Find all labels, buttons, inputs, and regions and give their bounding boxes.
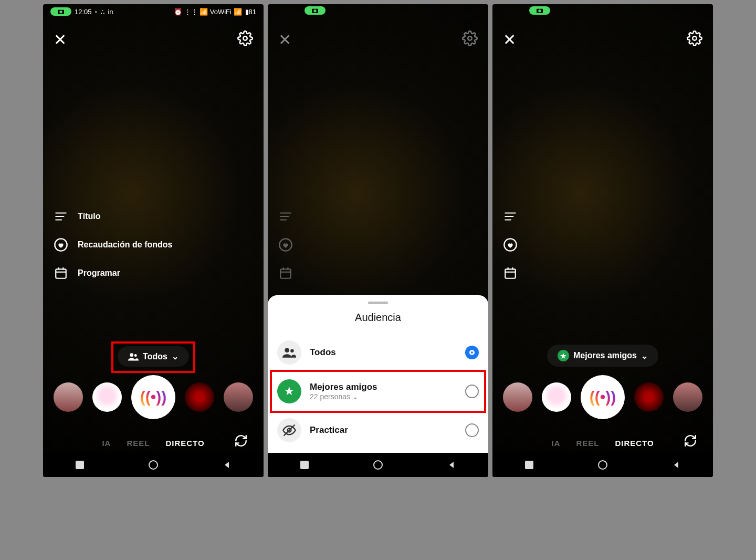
- svg-point-34: [692, 36, 697, 40]
- svg-point-17: [468, 36, 472, 40]
- lines-icon: [503, 209, 518, 224]
- phone-screen-1: 12:05 ▫ ⛬ in ⏰ ⋮⋮ 📶 VoWiFi 📶 ▮81 ✕ Títul…: [43, 4, 264, 477]
- svg-point-16: [313, 9, 316, 12]
- radio-unselected[interactable]: [465, 423, 479, 437]
- status-right-icons: ⏰ ⋮⋮ 📶 VoWiFi 📶 ▮81: [174, 8, 256, 16]
- sheet-drag-handle[interactable]: [368, 302, 388, 304]
- tab-directo[interactable]: DIRECTO: [615, 439, 654, 448]
- tab-reel[interactable]: REEL: [127, 439, 150, 448]
- svg-rect-22: [280, 269, 291, 278]
- svg-point-14: [149, 461, 158, 469]
- status-apps-icon: ▫ ⛬ in: [95, 8, 113, 16]
- tab-directo[interactable]: DIRECTO: [165, 439, 204, 448]
- camera-mode-tabs: IA REEL DIRECTO: [43, 439, 264, 448]
- tutorial-highlight-box: [270, 370, 486, 413]
- effect-thumb[interactable]: [54, 382, 83, 412]
- nav-home[interactable]: [372, 459, 384, 471]
- nav-back[interactable]: [221, 459, 233, 471]
- fundraiser-option[interactable]: [503, 237, 518, 252]
- lines-icon: [278, 209, 293, 224]
- settings-gear-icon[interactable]: [237, 30, 253, 49]
- nav-recent[interactable]: [523, 459, 535, 471]
- title-option[interactable]: [503, 209, 518, 224]
- effect-thumb[interactable]: [224, 382, 253, 412]
- heart-circle-icon: [503, 237, 518, 252]
- fundraiser-option: [278, 237, 293, 252]
- sheet-title: Audiencia: [268, 312, 488, 324]
- audience-option-todos[interactable]: Todos: [268, 333, 488, 372]
- schedule-option[interactable]: [503, 266, 518, 281]
- flip-camera-icon[interactable]: [684, 434, 697, 448]
- tab-reel[interactable]: REEL: [576, 439, 599, 448]
- eye-off-icon: [277, 418, 301, 442]
- nav-recent[interactable]: [74, 459, 86, 471]
- effect-thumb[interactable]: [673, 382, 702, 412]
- flip-camera-icon[interactable]: [234, 434, 248, 448]
- svg-rect-43: [525, 461, 533, 469]
- svg-point-33: [538, 9, 541, 12]
- nav-recent[interactable]: [299, 459, 310, 471]
- nav-home[interactable]: [148, 459, 159, 471]
- title-option[interactable]: Título: [54, 209, 172, 224]
- phone-screen-2: ✕ Audiencia To: [268, 4, 488, 477]
- calendar-icon: [54, 266, 68, 281]
- svg-rect-39: [505, 269, 516, 278]
- svg-point-31: [374, 461, 382, 469]
- android-nav-bar: [43, 453, 264, 477]
- effect-thumb[interactable]: [634, 382, 664, 412]
- android-nav-bar: [268, 453, 488, 477]
- svg-rect-30: [300, 461, 309, 469]
- people-icon: [277, 340, 301, 365]
- go-live-shutter[interactable]: ((•)): [131, 375, 175, 419]
- go-live-shutter[interactable]: ((•)): [581, 375, 625, 419]
- audience-option-practice[interactable]: Practicar: [268, 411, 488, 450]
- settings-gear-icon[interactable]: [462, 30, 478, 49]
- calendar-icon: [503, 266, 518, 281]
- schedule-option[interactable]: Programar: [54, 266, 172, 281]
- effects-carousel[interactable]: ((•)): [43, 375, 264, 419]
- svg-rect-13: [76, 461, 84, 469]
- svg-point-1: [59, 11, 62, 13]
- heart-circle-icon: [278, 237, 293, 252]
- audience-option-best-friends[interactable]: ★ Mejores amigos 22 personas ⌄: [268, 372, 488, 411]
- close-button[interactable]: ✕: [278, 30, 291, 49]
- effect-thumb[interactable]: [92, 382, 122, 412]
- fundraiser-label: Recaudación de fondos: [78, 240, 172, 250]
- android-status-bar: [492, 4, 713, 19]
- effect-thumb[interactable]: [503, 382, 532, 412]
- live-broadcast-icon: ((•)): [590, 388, 616, 406]
- phone-screen-3: ✕ ★ Mejores amigos ⌄: [492, 4, 713, 477]
- camera-active-pill: [304, 6, 326, 15]
- status-time: 12:05: [75, 8, 92, 16]
- svg-point-27: [290, 349, 294, 353]
- radio-selected[interactable]: [465, 346, 479, 359]
- svg-point-2: [243, 36, 247, 40]
- settings-gear-icon[interactable]: [687, 30, 702, 49]
- svg-rect-7: [56, 269, 66, 278]
- camera-mode-tabs: IA REEL DIRECTO: [492, 439, 713, 448]
- nav-back[interactable]: [670, 459, 682, 471]
- svg-point-26: [285, 348, 289, 352]
- android-nav-bar: [492, 453, 713, 477]
- chevron-down-icon: ⌄: [641, 351, 648, 361]
- battery-indicator: ▮81: [245, 8, 256, 16]
- tutorial-highlight-box: [111, 341, 195, 373]
- title-option: [278, 209, 293, 224]
- camera-active-pill: [50, 7, 71, 16]
- nav-home[interactable]: [597, 459, 608, 471]
- audience-pill-label: Mejores amigos: [573, 351, 637, 360]
- audience-selector-pill[interactable]: ★ Mejores amigos ⌄: [547, 345, 658, 367]
- heart-circle-icon: [54, 237, 68, 252]
- option-label: Practicar: [310, 425, 457, 435]
- close-button[interactable]: ✕: [54, 30, 67, 49]
- tab-historia[interactable]: IA: [102, 439, 111, 448]
- fundraiser-option[interactable]: Recaudación de fondos: [54, 237, 172, 252]
- effects-carousel[interactable]: ((•)): [492, 375, 713, 419]
- effect-thumb[interactable]: [542, 382, 571, 412]
- svg-point-44: [598, 461, 607, 469]
- close-button[interactable]: ✕: [503, 30, 516, 49]
- nav-back[interactable]: [446, 459, 457, 471]
- star-badge-icon: ★: [558, 350, 569, 361]
- effect-thumb[interactable]: [185, 382, 214, 412]
- tab-historia[interactable]: IA: [551, 439, 560, 448]
